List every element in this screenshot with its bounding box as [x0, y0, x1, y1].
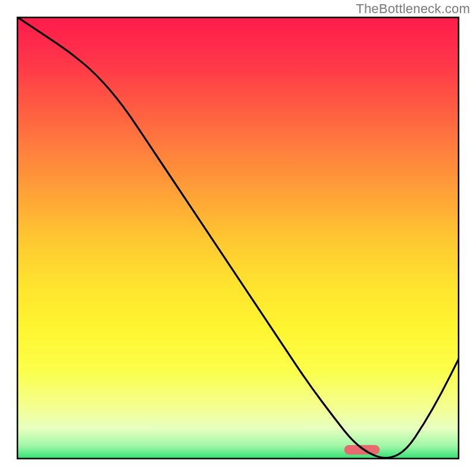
- chart-background-gradient: [17, 17, 459, 459]
- chart-container: [17, 17, 459, 459]
- optimal-range-marker: [345, 445, 380, 455]
- bottleneck-chart: [17, 17, 459, 459]
- watermark-text: TheBottleneck.com: [356, 1, 470, 17]
